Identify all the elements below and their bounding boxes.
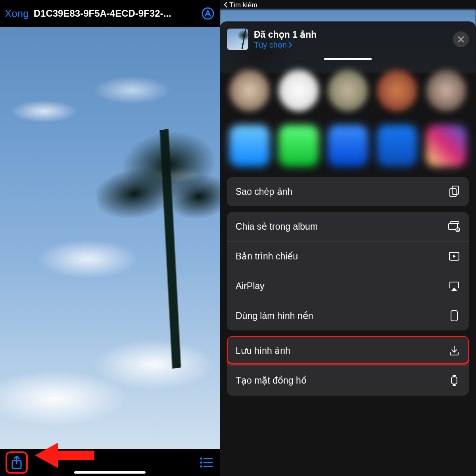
- home-indicator: [74, 471, 146, 474]
- done-button[interactable]: Xong: [5, 8, 29, 20]
- svg-rect-18: [453, 384, 456, 386]
- contact-avatar[interactable]: [278, 70, 319, 111]
- watch-icon: [448, 374, 460, 386]
- sheet-title: Đã chọn 1 ảnh: [254, 29, 447, 40]
- selected-thumbnail[interactable]: [227, 29, 248, 50]
- share-apps-row[interactable]: [227, 117, 469, 177]
- options-link[interactable]: Tùy chọn: [254, 40, 447, 50]
- row-label: AirPlay: [236, 281, 265, 292]
- download-icon: [448, 345, 460, 357]
- action-group: Lưu hình ảnh Tạo mặt đồng hồ: [227, 336, 469, 395]
- share-sheet: Đã chọn 1 ảnh Tùy chọn: [220, 21, 476, 476]
- contact-avatar[interactable]: [377, 70, 417, 111]
- contact-avatar[interactable]: [328, 70, 368, 111]
- svg-point-4: [201, 462, 202, 463]
- airplay-row[interactable]: AirPlay: [227, 271, 469, 301]
- row-label: Sao chép ảnh: [236, 186, 292, 197]
- contact-avatar[interactable]: [229, 70, 270, 111]
- airdrop-contacts-row[interactable]: [227, 64, 469, 117]
- svg-rect-15: [451, 311, 457, 321]
- wallpaper-icon: [448, 310, 460, 322]
- contact-avatar[interactable]: [426, 70, 466, 111]
- close-button[interactable]: [453, 31, 469, 47]
- share-app[interactable]: [377, 125, 417, 167]
- row-label: Dùng làm hình nền: [236, 311, 313, 321]
- svg-rect-11: [450, 222, 459, 223]
- list-icon[interactable]: [198, 455, 214, 470]
- photo-viewer-panel: Xong D1C39E83-9F5A-4ECD-9F32-...: [0, 0, 220, 476]
- slideshow-row[interactable]: Bản trình chiếu: [227, 242, 469, 271]
- back-to-search[interactable]: Tìm kiếm: [220, 0, 476, 10]
- svg-point-2: [201, 458, 202, 459]
- sheet-header: Đã chọn 1 ảnh Tùy chọn: [227, 29, 469, 50]
- create-watch-face-row[interactable]: Tạo mặt đồng hồ: [227, 366, 469, 395]
- shared-album-icon: [448, 221, 460, 232]
- svg-point-13: [457, 228, 459, 230]
- airplay-icon: [448, 280, 460, 292]
- grab-handle[interactable]: [324, 58, 372, 60]
- row-label: Bản trình chiếu: [236, 251, 298, 262]
- row-label: Lưu hình ảnh: [236, 345, 290, 356]
- use-as-wallpaper-row[interactable]: Dùng làm hình nền: [227, 301, 469, 330]
- share-in-album-row[interactable]: Chia sẻ trong album: [227, 212, 469, 242]
- action-group: Sao chép ảnh: [227, 177, 469, 206]
- svg-rect-17: [453, 375, 456, 376]
- file-title: D1C39E83-9F5A-4ECD-9F32-...: [34, 8, 196, 19]
- share-button-highlight: [6, 451, 28, 474]
- row-label: Tạo mặt đồng hồ: [236, 375, 307, 386]
- share-app[interactable]: [426, 125, 466, 167]
- svg-point-6: [201, 466, 202, 467]
- action-group: Chia sẻ trong album Bản trình chiếu AirP…: [227, 212, 469, 330]
- share-app[interactable]: [278, 125, 319, 167]
- copy-icon: [448, 186, 460, 198]
- share-app[interactable]: [229, 125, 270, 167]
- save-image-row[interactable]: Lưu hình ảnh: [227, 336, 469, 366]
- markup-icon[interactable]: [201, 6, 215, 21]
- svg-rect-16: [451, 377, 457, 384]
- svg-rect-8: [450, 188, 456, 197]
- share-sheet-panel: Tìm kiếm Đã chọn 1 ảnh Tùy chọn: [220, 0, 476, 476]
- back-label: Tìm kiếm: [229, 1, 257, 9]
- copy-photo-row[interactable]: Sao chép ảnh: [227, 177, 469, 206]
- viewer-topbar: Xong D1C39E83-9F5A-4ECD-9F32-...: [0, 0, 220, 27]
- slideshow-icon: [448, 250, 460, 262]
- row-label: Chia sẻ trong album: [236, 221, 318, 232]
- annotation-arrow: [35, 445, 94, 465]
- share-icon[interactable]: [10, 455, 23, 470]
- svg-rect-9: [452, 186, 459, 194]
- photo-content[interactable]: [0, 27, 220, 449]
- share-app[interactable]: [328, 125, 368, 167]
